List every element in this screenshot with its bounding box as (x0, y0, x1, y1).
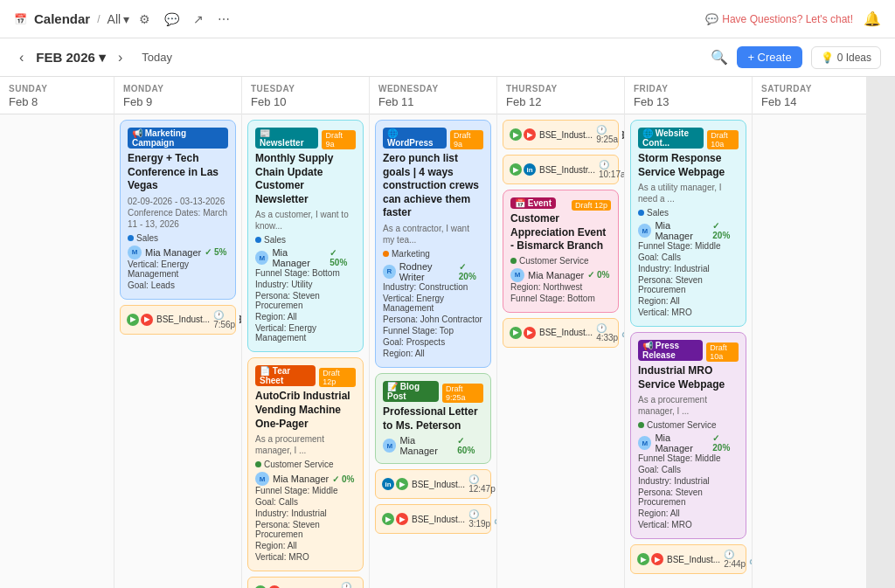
list-item[interactable]: ▶ ▶ BSE_Indust... 🕐 1:39p (247, 577, 364, 588)
today-button[interactable]: Today (135, 47, 179, 67)
card-desc: As a procurement manager, I ... (255, 433, 356, 456)
linkedin-icon: in (382, 478, 394, 490)
progress: 5% (205, 247, 226, 257)
funnel-stage: Funnel Stage: Bottom (510, 294, 611, 303)
card-assignee: M Mia Manager 0% (255, 472, 356, 486)
search-button[interactable]: 🔍 (711, 49, 728, 66)
thursday-column: THURSDAY Feb 12 ▶ ▶ BSE_Indust... 🕐 9:25… (497, 77, 624, 588)
monday-content: 📢 Marketing Campaign Energy + Tech Confe… (114, 114, 241, 588)
next-month-button[interactable]: › (113, 48, 128, 67)
avatar: M (383, 439, 396, 453)
industry: Industry: Construction (383, 282, 483, 292)
vertical: Vertical: Energy Management (255, 323, 356, 342)
filter-button[interactable]: ⚙ (136, 10, 153, 29)
calendar-icon: 📅 (14, 13, 27, 25)
progress: 60% (457, 436, 483, 455)
card-title: Industrial MRO Service Webpage (638, 364, 739, 391)
card-title: Professional Letter to Ms. Peterson (383, 405, 483, 432)
play-icon: ▶ (510, 327, 522, 339)
goal: Goal: Calls (638, 465, 739, 474)
manager-name: Rodney Writer (399, 261, 455, 282)
friday-column: FRIDAY Feb 13 🌐 Website Cont... Draft 10… (625, 77, 752, 588)
avatar: M (255, 251, 268, 265)
card-desc: 02-09-2026 - 03-13-2026Conference Dates:… (128, 196, 228, 230)
friday-header: FRIDAY Feb 13 (625, 77, 752, 114)
card-title: AutoCrib Industrial Vending Machine One-… (255, 390, 356, 431)
lightbulb-icon: 💡 (821, 52, 834, 64)
play-icon: ▶ (127, 314, 139, 326)
linkedin-icon: in (524, 163, 536, 176)
list-item[interactable]: 🌐 Website Cont... Draft 10a Storm Respon… (630, 120, 746, 327)
funnel-stage: Funnel Stage: Middle (255, 486, 356, 495)
chevron-down-icon: ▾ (99, 50, 106, 66)
draft-badge: Draft 10a (707, 130, 739, 149)
share-button[interactable]: ↗ (191, 10, 206, 29)
header-toolbar: ⚙ 💬 ↗ ⋯ (136, 10, 232, 29)
card-category: Sales (128, 233, 228, 243)
create-button[interactable]: + Create (737, 46, 801, 68)
card-title: Zero punch list goals | 4 ways construct… (383, 152, 483, 220)
bse-label: BSE_Indust... (412, 480, 465, 489)
list-item[interactable]: ▶ ▶ BSE_Indust... 🕐 7:56p 🖼 (120, 305, 236, 335)
comment-button[interactable]: 💬 (162, 10, 182, 29)
play-icon: ▶ (637, 553, 649, 565)
list-item[interactable]: in ▶ BSE_Indust... 🕐 12:47p 🔗 (375, 469, 491, 499)
ideas-button[interactable]: 💡 0 Ideas (811, 46, 881, 69)
header-left: 📅 Calendar / All ▾ ⚙ 💬 ↗ ⋯ (14, 10, 232, 29)
bse-label: BSE_Indust... (412, 515, 465, 524)
card-category: Customer Service (510, 256, 611, 266)
youtube-icon: ▶ (524, 327, 536, 339)
card-tag: 📢 Marketing Campaign (128, 128, 228, 149)
youtube-icon: ▶ (141, 314, 153, 326)
list-item[interactable]: ▶ ▶ BSE_Indust... 🕐 4:33p 🔗 (503, 318, 619, 348)
wednesday-content: 🌐 WordPress Draft 9a Zero punch list goa… (370, 114, 496, 588)
play-icon: ▶ (382, 513, 394, 525)
avatar: M (638, 224, 651, 238)
monday-label: MONDAY (123, 84, 232, 93)
tuesday-column: TUESDAY Feb 10 📰 Newsletter Draft 9a Mon… (242, 77, 369, 588)
chat-link[interactable]: 💬 Have Questions? Let's chat! (705, 13, 853, 25)
list-item[interactable]: 📄 Tear Sheet Draft 12p AutoCrib Industri… (247, 357, 364, 571)
card-assignee: R Rodney Writer 20% (383, 261, 483, 282)
list-item[interactable]: ▶ ▶ BSE_Indust... 🕐 9:25a 🖼 (503, 120, 619, 149)
link-icon: 🔗 (494, 515, 496, 524)
list-item[interactable]: 📢 Press Release Draft 10a Industrial MRO… (630, 332, 746, 539)
bse-time: 🕐 3:19p (468, 509, 490, 529)
tuesday-content: 📰 Newsletter Draft 9a Monthly Supply Cha… (242, 114, 369, 588)
region: Region: All (638, 508, 739, 518)
thursday-content: ▶ ▶ BSE_Indust... 🕐 9:25a 🖼 ▶ in BSE_Ind… (497, 114, 624, 588)
bse-label: BSE_Indust... (667, 555, 720, 564)
list-item[interactable]: 📝 Blog Post Draft 9:25a Professional Let… (375, 373, 491, 464)
manager-name: Mia Manager (528, 270, 584, 280)
app-header: 📅 Calendar / All ▾ ⚙ 💬 ↗ ⋯ 💬 Have Questi… (0, 0, 895, 38)
region: Region: All (638, 296, 739, 306)
list-item[interactable]: 🌐 WordPress Draft 9a Zero punch list goa… (375, 120, 491, 368)
all-filter[interactable]: All ▾ (108, 12, 130, 26)
bse-time: 🕐 2:44p (724, 550, 746, 569)
card-goal: Goal: Leads (128, 280, 228, 290)
link-icon: 🔗 (621, 328, 624, 337)
card-assignee: M Mia Manager 20% (638, 432, 739, 453)
header-right: 💬 Have Questions? Let's chat! 🔔 (705, 10, 881, 27)
list-item[interactable]: 📅 Event Draft 12p Customer Appreciation … (503, 190, 619, 313)
list-item[interactable]: ▶ ▶ BSE_Indust... 🕐 3:19p 🔗 (375, 504, 491, 534)
bse-icons: ▶ ▶ (127, 314, 153, 326)
saturday-content (753, 114, 866, 588)
wednesday-label: WEDNESDAY (378, 84, 488, 93)
draft-badge: Draft 12p (572, 200, 611, 211)
month-label[interactable]: FEB 2026 ▾ (36, 50, 106, 66)
list-item[interactable]: ▶ in BSE_Industr... 🕐 10:17a 🖼 (503, 155, 619, 184)
prev-month-button[interactable]: ‹ (14, 48, 29, 67)
more-button[interactable]: ⋯ (215, 10, 232, 29)
list-item[interactable]: 📰 Newsletter Draft 9a Monthly Supply Cha… (247, 120, 364, 352)
region: Region: All (383, 349, 483, 358)
list-item[interactable]: 📢 Marketing Campaign Energy + Tech Confe… (120, 120, 236, 300)
card-title: Energy + Tech Conference in Las Vegas (128, 152, 228, 193)
notification-bell[interactable]: 🔔 (864, 10, 881, 27)
progress: 50% (330, 248, 356, 267)
tuesday-header: TUESDAY Feb 10 (242, 77, 369, 114)
funnel-stage: Funnel Stage: Middle (638, 241, 739, 251)
manager-name: Mia Manager (399, 435, 454, 456)
sunday-content (0, 114, 114, 588)
list-item[interactable]: ▶ ▶ BSE_Indust... 🕐 2:44p 🔗 (630, 544, 746, 574)
